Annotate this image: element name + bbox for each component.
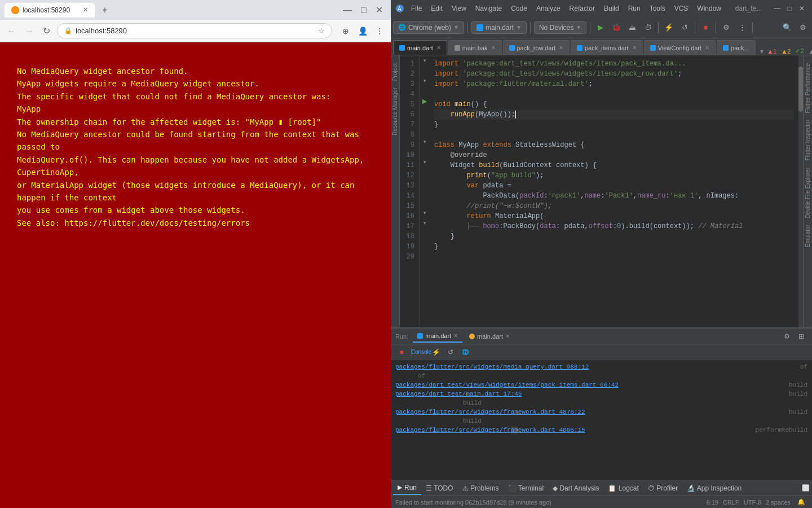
settings-button[interactable]: ⚙	[720, 21, 733, 34]
run-tab-close-2[interactable]: ✕	[505, 333, 510, 339]
code-text-area[interactable]: import 'package:dart_test/views/widgets/…	[430, 55, 798, 327]
ide-close-button[interactable]: ✕	[796, 3, 807, 14]
tab-main-dart[interactable]: main.dart ✕	[393, 40, 447, 55]
extensions-icon[interactable]: ⊕	[339, 24, 352, 38]
bottom-tab-todo[interactable]: ☰ TODO	[421, 482, 458, 494]
resource-manager-tab[interactable]: Resource Manager	[391, 84, 399, 139]
bottom-tab-problems[interactable]: ⚠ Problems	[458, 482, 504, 494]
tab-pack-items[interactable]: pack_items.dart ✕	[571, 40, 643, 55]
menu-vcs[interactable]: VCS	[670, 0, 693, 17]
menu-analyze[interactable]: Analyze	[532, 0, 565, 17]
bottom-tab-dart-analysis[interactable]: ◆ Dart Analysis	[548, 482, 603, 494]
console-path-1[interactable]: packages/flutter/src/widgets/media_query…	[395, 364, 589, 370]
tabs-overflow-button[interactable]: ▼	[757, 48, 767, 55]
device-file-explorer-tab[interactable]: Device File Explorer	[804, 164, 811, 221]
project-panel-tab[interactable]: Project	[391, 60, 399, 84]
tab-main-dart-close[interactable]: ✕	[436, 45, 441, 51]
ide-minimize-button[interactable]: —	[771, 3, 783, 14]
scrollbar-thumb[interactable]	[798, 67, 803, 112]
run-tab-main-dart-2[interactable]: main.dart ✕	[465, 331, 514, 342]
menu-run[interactable]: Run	[624, 0, 645, 17]
run-tab-close-1[interactable]: ✕	[453, 332, 458, 339]
coverage-button[interactable]: ⛰	[625, 21, 639, 34]
debug-button[interactable]: 🐞	[610, 21, 623, 34]
menu-navigate[interactable]: Navigate	[471, 0, 506, 17]
stop-button[interactable]: ■	[699, 21, 712, 34]
restart-console-btn[interactable]: ↺	[444, 346, 457, 358]
run-tab-main-dart-1[interactable]: main.dart ✕	[413, 330, 462, 343]
menu-build[interactable]: Build	[599, 0, 624, 17]
status-line-ending[interactable]: CRLF	[723, 499, 739, 506]
expand-panel-button[interactable]: ⬜	[802, 484, 810, 492]
tab-pack-overflow[interactable]: pack...	[717, 40, 755, 55]
console-tab-button[interactable]: Console	[415, 346, 427, 358]
settings-gear-button[interactable]: ⚙	[796, 21, 810, 34]
tab-main-bak-close[interactable]: ✕	[491, 45, 496, 51]
tab-close-button[interactable]: ✕	[83, 6, 88, 14]
emulator-tab[interactable]: Emulator	[804, 221, 811, 251]
status-notifications[interactable]: 🔔	[795, 496, 807, 509]
gutter-run-5[interactable]: ▶	[420, 96, 430, 106]
menu-tools[interactable]: Tools	[645, 0, 670, 17]
hot-restart-button[interactable]: ↺	[678, 21, 691, 34]
tab-pack-items-close[interactable]: ✕	[632, 45, 637, 51]
console-line-4: packages/dart_test/main.dart 17:45 build	[395, 389, 807, 398]
close-button[interactable]: ✕	[372, 3, 386, 16]
more-button[interactable]: ⋮	[735, 21, 749, 34]
run-layout-button[interactable]: ⊞	[795, 330, 807, 343]
menu-file[interactable]: File	[407, 0, 426, 17]
browser-console-btn[interactable]: 🌐	[459, 346, 471, 358]
stop-run-button[interactable]: ■	[395, 346, 408, 358]
console-path-5[interactable]: packages/flutter/src/widgets/framework.d…	[395, 427, 585, 433]
menu-edit[interactable]: Edit	[426, 0, 447, 17]
annotation-up[interactable]: ▲	[809, 48, 812, 55]
ide-restore-button[interactable]: □	[784, 3, 795, 14]
ide-editor-tabs: main.dart ✕ main.bak ✕ pack_row.dart ✕ p…	[391, 38, 812, 55]
bookmark-icon[interactable]: ☆	[318, 27, 325, 35]
file-dropdown[interactable]: main.dart ▼	[471, 21, 527, 34]
tab-main-bak[interactable]: main.bak ✕	[448, 40, 502, 55]
bottom-tab-app-inspection[interactable]: 🔬 App Inspection	[682, 482, 746, 494]
run-settings-button[interactable]: ⚙	[780, 330, 793, 343]
maximize-button[interactable]: □	[358, 4, 370, 16]
search-everywhere-button[interactable]: 🔍	[780, 21, 794, 34]
bottom-tab-terminal[interactable]: ⬛ Terminal	[504, 482, 548, 494]
profile-icon[interactable]: 👤	[356, 24, 369, 38]
browser-dropdown[interactable]: 🌐 Chrome (web) ▼	[393, 21, 464, 34]
browser-tab-active[interactable]: localhost:58290 ✕	[5, 3, 95, 17]
menu-code[interactable]: Code	[506, 0, 532, 17]
refresh-button[interactable]: ↻	[41, 24, 52, 37]
status-encoding[interactable]: UTF-8	[744, 499, 761, 506]
run-button[interactable]: ▶	[594, 21, 607, 34]
new-tab-button[interactable]: +	[97, 2, 113, 18]
forward-button[interactable]: →	[23, 25, 36, 37]
status-line-col[interactable]: 6:19	[707, 499, 718, 506]
console-path-3[interactable]: packages/dart_test/main.dart 17:45	[395, 391, 522, 397]
gutter-empty-20	[420, 248, 430, 259]
editor-scrollbar[interactable]	[798, 55, 803, 327]
menu-view[interactable]: View	[447, 0, 471, 17]
profile-run-button[interactable]: ⏱	[641, 21, 655, 34]
menu-icon[interactable]: ⋮	[373, 24, 386, 38]
console-path-2[interactable]: packages/dart_test/views/widgets/items/p…	[395, 382, 619, 388]
menu-window[interactable]: Window	[692, 0, 726, 17]
bottom-tab-logcat[interactable]: 📋 Logcat	[603, 482, 643, 494]
hot-reload-console-btn[interactable]: ⚡	[430, 346, 442, 358]
bottom-tab-problems-label: ⚠ Problems	[462, 484, 499, 492]
flutter-performance-tab[interactable]: Flutter Performance	[804, 60, 811, 116]
tab-viewconfig-close[interactable]: ✕	[705, 45, 709, 51]
tab-pack-row-close[interactable]: ✕	[559, 45, 563, 51]
back-button[interactable]: ←	[5, 25, 18, 37]
status-indent[interactable]: 2 spaces	[766, 499, 791, 506]
bottom-tab-profiler[interactable]: ⏱ Profiler	[643, 482, 682, 494]
flutter-inspector-tab[interactable]: Flutter Inspector	[804, 116, 811, 164]
hot-reload-button[interactable]: ⚡	[662, 21, 676, 34]
device-dropdown[interactable]: No Devices ▼	[534, 21, 586, 34]
tab-viewconfig[interactable]: ViewConfig.dart ✕	[644, 40, 716, 55]
minimize-button[interactable]: —	[339, 4, 355, 16]
address-bar[interactable]: 🔒 localhost:58290 ☆	[57, 23, 332, 38]
menu-refactor[interactable]: Refactor	[565, 0, 599, 17]
console-path-4[interactable]: packages/flutter/src/widgets/framework.d…	[395, 409, 585, 415]
tab-pack-row[interactable]: pack_row.dart ✕	[503, 40, 570, 55]
bottom-tab-run[interactable]: ▶ Run	[393, 481, 421, 495]
